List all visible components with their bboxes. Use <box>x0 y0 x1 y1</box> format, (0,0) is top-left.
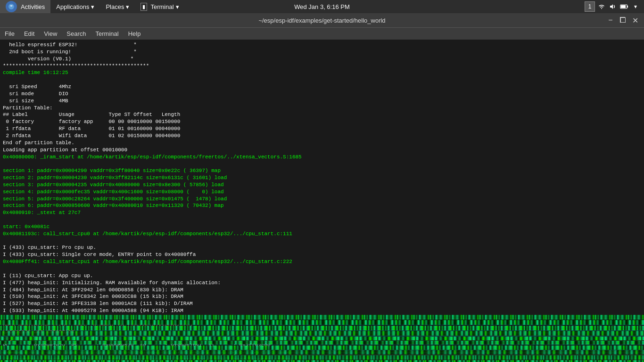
close-button[interactable]: ✕ <box>630 15 640 25</box>
terminal-title: ~/esp/esp-idf/examples/get-started/hello… <box>258 17 385 24</box>
terminal-label: Terminal <box>150 3 173 10</box>
terminal-window: ~/esp/esp-idf/examples/get-started/hello… <box>0 13 644 362</box>
svg-rect-4 <box>627 6 628 8</box>
terminal-output: hello espressif ESP32! * 2nd boot is run… <box>0 40 644 362</box>
menu-help[interactable]: Help <box>124 28 146 40</box>
gnome-icon <box>6 1 17 12</box>
menu-edit[interactable]: Edit <box>19 28 39 40</box>
menu-search[interactable]: Search <box>62 28 91 40</box>
glitch-section <box>0 315 644 362</box>
places-label: Places <box>106 3 124 10</box>
terminal-menu[interactable]: ▮ Terminal ▾ <box>135 0 184 13</box>
system-datetime: Wed Jan 3, 6:16 PM <box>294 3 350 10</box>
applications-menu[interactable]: Applications ▾ <box>50 0 100 13</box>
activities-label: Activities <box>21 3 45 10</box>
applications-label: Applications <box>56 3 89 10</box>
menu-view[interactable]: View <box>39 28 62 40</box>
gnome-activities-button[interactable]: Activities <box>0 0 50 13</box>
places-arrow: ▾ <box>126 3 129 10</box>
power-arrow-icon[interactable]: ▾ <box>631 2 640 11</box>
terminal-arrow: ▾ <box>176 3 179 10</box>
system-bar-left: Activities Applications ▾ Places ▾ ▮ Ter… <box>0 0 185 13</box>
terminal-menubar: File Edit View Search Terminal Help <box>0 27 644 40</box>
svg-rect-3 <box>621 5 626 8</box>
volume-icon[interactable] <box>608 2 618 11</box>
menu-terminal[interactable]: Terminal <box>91 28 124 40</box>
workspace-indicator[interactable]: 1 <box>585 1 595 12</box>
terminal-icon: ▮ <box>140 3 147 11</box>
network-icon[interactable] <box>597 2 606 11</box>
battery-icon[interactable] <box>619 2 629 11</box>
restore-button[interactable]: ⧠ <box>618 15 628 25</box>
applications-arrow: ▾ <box>91 3 94 10</box>
svg-marker-1 <box>610 4 613 9</box>
terminal-controls: − ⧠ ✕ <box>605 15 640 25</box>
system-bar: Activities Applications ▾ Places ▾ ▮ Ter… <box>0 0 644 13</box>
system-bar-right: 1 ▾ <box>585 1 644 12</box>
terminal-titlebar: ~/esp/esp-idf/examples/get-started/hello… <box>0 13 644 27</box>
minimize-button[interactable]: − <box>605 15 616 25</box>
terminal-content[interactable]: hello espressif ESP32! * 2nd boot is run… <box>0 40 644 362</box>
menu-file[interactable]: File <box>0 28 19 40</box>
places-menu[interactable]: Places ▾ <box>100 0 135 13</box>
